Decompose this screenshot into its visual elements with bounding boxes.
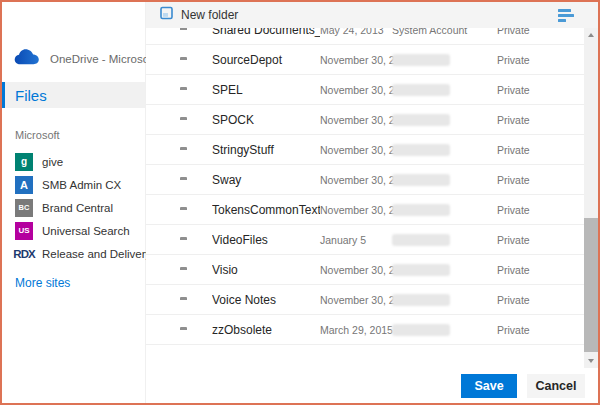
folder-row[interactable]: Visio November 30, 201 Private xyxy=(146,255,586,285)
folder-name: SPEL xyxy=(212,83,320,97)
sharing-status: Private xyxy=(497,264,586,276)
sidebar-site-item[interactable]: RDX Release and Delivery xyxy=(2,242,145,265)
folder-name: TokensCommonText xyxy=(212,203,320,217)
folder-row[interactable]: VideoFiles January 5 Private xyxy=(146,225,586,255)
folder-name: StringyStuff xyxy=(212,143,320,157)
main-panel: New folder Shared Documents_Old May 24, … xyxy=(146,2,598,403)
folder-picker-dialog: OneDrive - Microsoft Files Microsoft g g… xyxy=(0,0,600,405)
sharing-status: Private xyxy=(497,234,586,246)
redacted-modified-by xyxy=(392,264,450,276)
folder-name: VideoFiles xyxy=(212,233,320,247)
date-modified: November 30, 201 xyxy=(320,294,392,306)
folder-name: Voice Notes xyxy=(212,293,320,307)
sharing-status: Private xyxy=(497,204,586,216)
redacted-modified-by xyxy=(392,54,450,66)
sidebar-site-item[interactable]: A SMB Admin CX xyxy=(2,173,145,196)
files-label: Files xyxy=(15,87,47,104)
cancel-button[interactable]: Cancel xyxy=(527,374,585,398)
redacted-modified-by xyxy=(392,144,450,156)
redacted-modified-by xyxy=(392,294,450,306)
sidebar-section-label: Microsoft xyxy=(15,129,145,141)
redacted-modified-by xyxy=(392,84,450,96)
folder-name: Sway xyxy=(212,173,320,187)
date-modified: November 30, 201 xyxy=(320,174,392,186)
modified-by: System Account xyxy=(392,28,497,36)
scroll-up-arrow-icon[interactable] xyxy=(584,28,598,42)
redacted-modified-by xyxy=(392,114,450,126)
site-list: g give A SMB Admin CX BC Brand Central U… xyxy=(2,150,145,265)
site-tile-icon: US xyxy=(15,222,33,240)
modified-by xyxy=(392,174,497,186)
scroll-down-arrow-icon[interactable] xyxy=(584,354,598,368)
modified-by-text: System Account xyxy=(392,28,467,36)
redacted-modified-by xyxy=(392,234,450,246)
site-label: give xyxy=(42,156,63,168)
date-modified: March 29, 2015 xyxy=(320,324,392,336)
site-tile-icon: A xyxy=(15,176,33,194)
folder-row[interactable]: Voice Notes November 30, 201 Private xyxy=(146,285,586,315)
site-label: Release and Delivery xyxy=(42,248,151,260)
modified-by xyxy=(392,264,497,276)
folder-row[interactable]: TokensCommonText November 30, 201 Privat… xyxy=(146,195,586,225)
redacted-modified-by xyxy=(392,204,450,216)
folder-list-viewport: Shared Documents_Old May 24, 2013 System… xyxy=(146,28,598,368)
folder-row[interactable]: SPEL November 30, 201 Private xyxy=(146,75,586,105)
sidebar-site-item[interactable]: US Universal Search xyxy=(2,219,145,242)
site-tile-icon: g xyxy=(15,153,33,171)
sidebar: OneDrive - Microsoft Files Microsoft g g… xyxy=(2,2,146,403)
onedrive-cloud-icon xyxy=(14,48,41,69)
modified-by xyxy=(392,84,497,96)
folder-row[interactable]: SPOCK November 30, 201 Private xyxy=(146,105,586,135)
site-tile-icon: RDX xyxy=(15,245,33,263)
folder-name: zzObsolete xyxy=(212,323,320,337)
scrollbar-thumb[interactable] xyxy=(584,218,598,352)
sharing-status: Private xyxy=(497,54,586,66)
modified-by xyxy=(392,234,497,246)
folder-row[interactable]: zzObsolete March 29, 2015 Private xyxy=(146,315,586,345)
sharing-status: Private xyxy=(497,174,586,186)
modified-by xyxy=(392,54,497,66)
sharing-status: Private xyxy=(497,114,586,126)
site-label: Brand Central xyxy=(42,202,113,214)
modified-by xyxy=(392,324,497,336)
folder-row[interactable]: SourceDepot November 30, 201 Private xyxy=(146,45,586,75)
sharing-status: Private xyxy=(497,324,586,336)
folder-name: Shared Documents_Old xyxy=(212,28,320,37)
save-button[interactable]: Save xyxy=(461,374,517,398)
scrollbar[interactable] xyxy=(584,28,598,368)
modified-by xyxy=(392,114,497,126)
date-modified: May 24, 2013 xyxy=(320,28,392,36)
site-tile-icon: BC xyxy=(15,199,33,217)
sharing-status: Private xyxy=(497,28,586,36)
sharing-status: Private xyxy=(497,84,586,96)
date-modified: November 30, 201 xyxy=(320,54,392,66)
new-folder-button[interactable]: New folder xyxy=(160,6,238,24)
site-label: SMB Admin CX xyxy=(42,179,121,191)
sharing-status: Private xyxy=(497,144,586,156)
redacted-modified-by xyxy=(392,174,450,186)
more-sites-link[interactable]: More sites xyxy=(15,276,70,290)
sidebar-item-files[interactable]: Files xyxy=(2,82,145,108)
drive-label: OneDrive - Microsoft xyxy=(50,53,155,65)
view-options-icon[interactable] xyxy=(556,7,576,24)
date-modified: November 30, 201 xyxy=(320,204,392,216)
modified-by xyxy=(392,294,497,306)
date-modified: November 30, 201 xyxy=(320,264,392,276)
folder-row[interactable]: Shared Documents_Old May 24, 2013 System… xyxy=(146,28,586,45)
date-modified: January 5 xyxy=(320,234,392,246)
date-modified: November 30, 201 xyxy=(320,84,392,96)
new-folder-label: New folder xyxy=(181,8,238,22)
folder-row[interactable]: Sway November 30, 201 Private xyxy=(146,165,586,195)
folder-name: Visio xyxy=(212,263,320,277)
modified-by xyxy=(392,144,497,156)
folder-list: Shared Documents_Old May 24, 2013 System… xyxy=(146,28,586,345)
sidebar-site-item[interactable]: g give xyxy=(2,150,145,173)
redacted-modified-by xyxy=(392,324,450,336)
folder-name: SPOCK xyxy=(212,113,320,127)
sharing-status: Private xyxy=(497,294,586,306)
folder-row[interactable]: StringyStuff November 30, 201 Private xyxy=(146,135,586,165)
sidebar-site-item[interactable]: BC Brand Central xyxy=(2,196,145,219)
new-folder-icon xyxy=(160,6,173,24)
dialog-footer: Save Cancel xyxy=(146,368,598,403)
onedrive-header: OneDrive - Microsoft xyxy=(14,48,145,69)
